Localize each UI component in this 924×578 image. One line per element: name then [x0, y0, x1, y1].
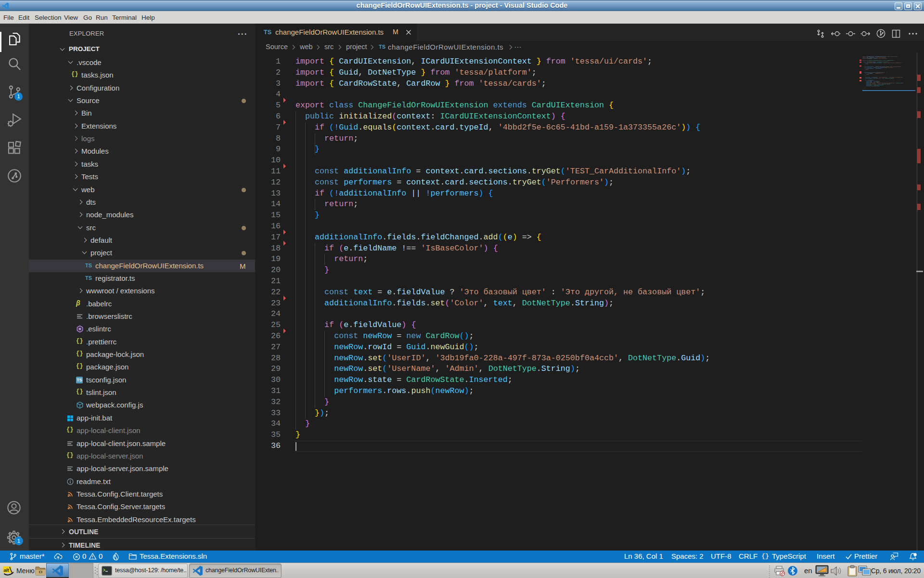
svg-text:alt: alt [4, 567, 10, 573]
